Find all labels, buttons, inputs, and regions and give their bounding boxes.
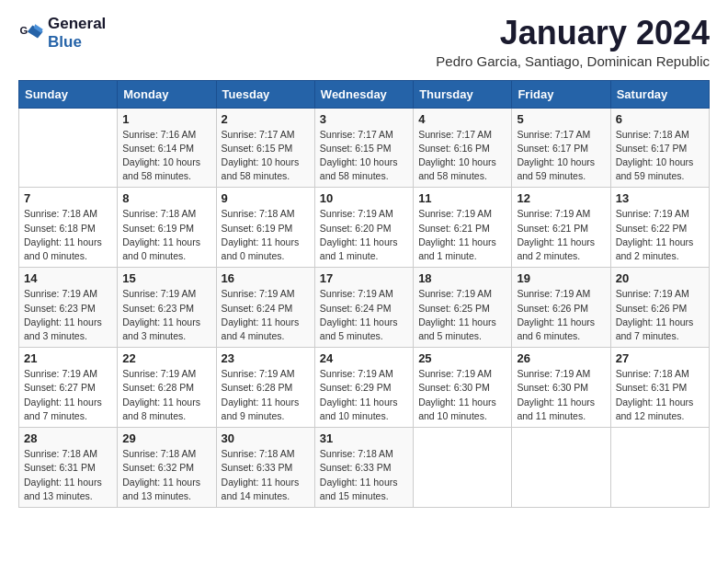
logo-icon: G: [18, 20, 44, 46]
calendar-cell: 29Sunrise: 7:18 AM Sunset: 6:32 PM Dayli…: [118, 428, 216, 508]
day-number: 18: [418, 271, 506, 285]
day-info: Sunrise: 7:19 AM Sunset: 6:20 PM Dayligh…: [320, 207, 408, 263]
day-info: Sunrise: 7:19 AM Sunset: 6:26 PM Dayligh…: [517, 287, 605, 343]
header-day-wednesday: Wednesday: [314, 80, 413, 108]
calendar-week-1: 1Sunrise: 7:16 AM Sunset: 6:14 PM Daylig…: [19, 108, 710, 188]
day-number: 23: [222, 351, 310, 365]
day-number: 8: [122, 191, 210, 205]
calendar-week-5: 28Sunrise: 7:18 AM Sunset: 6:31 PM Dayli…: [19, 428, 710, 508]
calendar-cell: 17Sunrise: 7:19 AM Sunset: 6:24 PM Dayli…: [314, 268, 413, 348]
title-area: January 2024 Pedro Garcia, Santiago, Dom…: [436, 15, 710, 69]
day-number: 2: [222, 112, 310, 126]
calendar-week-4: 21Sunrise: 7:19 AM Sunset: 6:27 PM Dayli…: [19, 348, 710, 428]
day-number: 17: [320, 271, 408, 285]
header-day-thursday: Thursday: [414, 80, 512, 108]
day-info: Sunrise: 7:19 AM Sunset: 6:24 PM Dayligh…: [222, 287, 310, 343]
day-info: Sunrise: 7:18 AM Sunset: 6:19 PM Dayligh…: [222, 207, 310, 263]
day-info: Sunrise: 7:19 AM Sunset: 6:21 PM Dayligh…: [517, 207, 605, 263]
calendar-header-row: SundayMondayTuesdayWednesdayThursdayFrid…: [19, 80, 710, 108]
day-info: Sunrise: 7:17 AM Sunset: 6:15 PM Dayligh…: [222, 128, 310, 184]
day-info: Sunrise: 7:18 AM Sunset: 6:31 PM Dayligh…: [24, 447, 112, 503]
header-day-friday: Friday: [512, 80, 610, 108]
day-number: 14: [24, 271, 112, 285]
calendar-cell: 15Sunrise: 7:19 AM Sunset: 6:23 PM Dayli…: [118, 268, 216, 348]
calendar-cell: 28Sunrise: 7:18 AM Sunset: 6:31 PM Dayli…: [19, 428, 118, 508]
calendar-cell: 20Sunrise: 7:19 AM Sunset: 6:26 PM Dayli…: [610, 268, 709, 348]
month-title: January 2024: [436, 15, 710, 52]
calendar-cell: 11Sunrise: 7:19 AM Sunset: 6:21 PM Dayli…: [414, 188, 512, 268]
calendar-cell: 16Sunrise: 7:19 AM Sunset: 6:24 PM Dayli…: [216, 268, 314, 348]
calendar-cell: 1Sunrise: 7:16 AM Sunset: 6:14 PM Daylig…: [118, 108, 216, 188]
day-number: 24: [320, 351, 408, 365]
day-info: Sunrise: 7:18 AM Sunset: 6:19 PM Dayligh…: [122, 207, 210, 263]
day-number: 3: [320, 112, 408, 126]
day-info: Sunrise: 7:19 AM Sunset: 6:28 PM Dayligh…: [222, 367, 310, 423]
day-number: 29: [122, 431, 210, 445]
day-number: 26: [517, 351, 605, 365]
calendar-cell: 31Sunrise: 7:18 AM Sunset: 6:33 PM Dayli…: [314, 428, 413, 508]
day-number: 15: [122, 271, 210, 285]
day-number: 9: [222, 191, 310, 205]
day-info: Sunrise: 7:19 AM Sunset: 6:26 PM Dayligh…: [616, 287, 704, 343]
day-number: 11: [418, 191, 506, 205]
day-number: 13: [616, 191, 704, 205]
day-info: Sunrise: 7:18 AM Sunset: 6:31 PM Dayligh…: [616, 367, 704, 423]
calendar-cell: 26Sunrise: 7:19 AM Sunset: 6:30 PM Dayli…: [512, 348, 610, 428]
calendar-cell: 13Sunrise: 7:19 AM Sunset: 6:22 PM Dayli…: [610, 188, 709, 268]
day-number: 27: [616, 351, 704, 365]
header-day-tuesday: Tuesday: [216, 80, 314, 108]
day-number: 12: [517, 191, 605, 205]
calendar-cell: [414, 428, 512, 508]
calendar-cell: 8Sunrise: 7:18 AM Sunset: 6:19 PM Daylig…: [118, 188, 216, 268]
calendar-cell: 19Sunrise: 7:19 AM Sunset: 6:26 PM Dayli…: [512, 268, 610, 348]
day-info: Sunrise: 7:18 AM Sunset: 6:33 PM Dayligh…: [222, 447, 310, 503]
calendar-cell: [512, 428, 610, 508]
day-info: Sunrise: 7:19 AM Sunset: 6:30 PM Dayligh…: [418, 367, 506, 423]
day-info: Sunrise: 7:19 AM Sunset: 6:21 PM Dayligh…: [418, 207, 506, 263]
day-info: Sunrise: 7:19 AM Sunset: 6:29 PM Dayligh…: [320, 367, 408, 423]
calendar-cell: 30Sunrise: 7:18 AM Sunset: 6:33 PM Dayli…: [216, 428, 314, 508]
calendar-cell: 14Sunrise: 7:19 AM Sunset: 6:23 PM Dayli…: [19, 268, 118, 348]
calendar-cell: [610, 428, 709, 508]
day-info: Sunrise: 7:19 AM Sunset: 6:22 PM Dayligh…: [616, 207, 704, 263]
header-day-monday: Monday: [118, 80, 216, 108]
calendar-cell: 25Sunrise: 7:19 AM Sunset: 6:30 PM Dayli…: [414, 348, 512, 428]
calendar-week-2: 7Sunrise: 7:18 AM Sunset: 6:18 PM Daylig…: [19, 188, 710, 268]
day-info: Sunrise: 7:17 AM Sunset: 6:16 PM Dayligh…: [418, 128, 506, 184]
day-number: 5: [517, 112, 605, 126]
day-info: Sunrise: 7:19 AM Sunset: 6:24 PM Dayligh…: [320, 287, 408, 343]
day-info: Sunrise: 7:18 AM Sunset: 6:33 PM Dayligh…: [320, 447, 408, 503]
day-info: Sunrise: 7:17 AM Sunset: 6:15 PM Dayligh…: [320, 128, 408, 184]
calendar-cell: 27Sunrise: 7:18 AM Sunset: 6:31 PM Dayli…: [610, 348, 709, 428]
header-day-sunday: Sunday: [19, 80, 118, 108]
day-number: 16: [222, 271, 310, 285]
svg-text:G: G: [19, 25, 28, 36]
day-number: 28: [24, 431, 112, 445]
calendar-cell: 2Sunrise: 7:17 AM Sunset: 6:15 PM Daylig…: [216, 108, 314, 188]
calendar-cell: 22Sunrise: 7:19 AM Sunset: 6:28 PM Dayli…: [118, 348, 216, 428]
day-number: 31: [320, 431, 408, 445]
logo-text: General Blue: [48, 15, 106, 52]
calendar-cell: 5Sunrise: 7:17 AM Sunset: 6:17 PM Daylig…: [512, 108, 610, 188]
day-info: Sunrise: 7:18 AM Sunset: 6:18 PM Dayligh…: [24, 207, 112, 263]
calendar-cell: 18Sunrise: 7:19 AM Sunset: 6:25 PM Dayli…: [414, 268, 512, 348]
day-info: Sunrise: 7:19 AM Sunset: 6:27 PM Dayligh…: [24, 367, 112, 423]
calendar-cell: 4Sunrise: 7:17 AM Sunset: 6:16 PM Daylig…: [414, 108, 512, 188]
calendar-cell: 10Sunrise: 7:19 AM Sunset: 6:20 PM Dayli…: [314, 188, 413, 268]
day-info: Sunrise: 7:18 AM Sunset: 6:32 PM Dayligh…: [122, 447, 210, 503]
day-number: 20: [616, 271, 704, 285]
calendar-cell: 7Sunrise: 7:18 AM Sunset: 6:18 PM Daylig…: [19, 188, 118, 268]
day-info: Sunrise: 7:18 AM Sunset: 6:17 PM Dayligh…: [616, 128, 704, 184]
day-number: 21: [24, 351, 112, 365]
calendar-cell: 12Sunrise: 7:19 AM Sunset: 6:21 PM Dayli…: [512, 188, 610, 268]
header: G General Blue January 2024 Pedro Garcia…: [18, 15, 710, 69]
day-info: Sunrise: 7:17 AM Sunset: 6:17 PM Dayligh…: [517, 128, 605, 184]
day-number: 10: [320, 191, 408, 205]
location-title: Pedro Garcia, Santiago, Dominican Republ…: [436, 53, 710, 69]
day-number: 19: [517, 271, 605, 285]
calendar-cell: 6Sunrise: 7:18 AM Sunset: 6:17 PM Daylig…: [610, 108, 709, 188]
day-number: 4: [418, 112, 506, 126]
calendar-body: 1Sunrise: 7:16 AM Sunset: 6:14 PM Daylig…: [19, 108, 710, 507]
day-number: 22: [122, 351, 210, 365]
day-info: Sunrise: 7:19 AM Sunset: 6:30 PM Dayligh…: [517, 367, 605, 423]
